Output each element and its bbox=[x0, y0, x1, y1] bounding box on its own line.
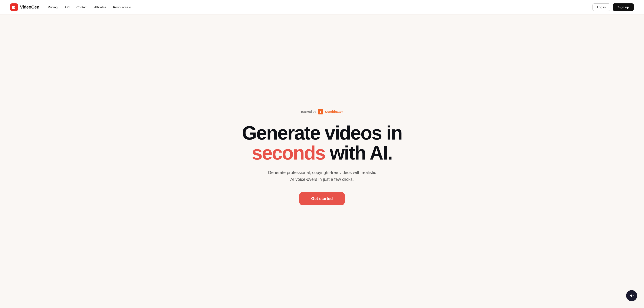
nav-item-api[interactable]: API bbox=[64, 5, 70, 9]
combinator-text: Combinator bbox=[325, 110, 343, 113]
backed-badge: Backed by Y Combinator bbox=[301, 109, 343, 114]
get-started-button[interactable]: Get started bbox=[299, 192, 344, 205]
logo-icon bbox=[10, 3, 18, 11]
nav-item-pricing[interactable]: Pricing bbox=[48, 5, 58, 9]
nav-link-api[interactable]: API bbox=[64, 5, 70, 9]
logo[interactable]: VideoGen bbox=[10, 3, 40, 11]
signup-button[interactable]: Sign up bbox=[613, 3, 634, 11]
hero-title-highlight: seconds bbox=[252, 142, 325, 164]
nav-links: Pricing API Contact Affiliates Resources bbox=[48, 5, 131, 9]
chevron-down-icon bbox=[129, 5, 131, 8]
yc-badge-icon: Y bbox=[318, 109, 323, 114]
nav-left: VideoGen Pricing API Contact Affiliates … bbox=[10, 3, 131, 11]
hero-title-with-ai: with AI. bbox=[330, 142, 392, 164]
logo-svg bbox=[12, 5, 16, 9]
hero-title: Generate videos in seconds with AI. bbox=[242, 123, 402, 163]
nav-link-resources[interactable]: Resources bbox=[113, 5, 131, 9]
nav-item-resources[interactable]: Resources bbox=[113, 5, 131, 9]
mute-icon bbox=[629, 293, 634, 298]
nav-item-contact[interactable]: Contact bbox=[76, 5, 88, 9]
logo-text: VideoGen bbox=[20, 5, 40, 9]
navbar: VideoGen Pricing API Contact Affiliates … bbox=[0, 0, 644, 14]
hero-subtitle: Generate professional, copyright-free vi… bbox=[267, 169, 377, 183]
nav-link-contact[interactable]: Contact bbox=[76, 5, 88, 9]
nav-link-affiliates[interactable]: Affiliates bbox=[94, 5, 106, 9]
nav-link-pricing[interactable]: Pricing bbox=[48, 5, 58, 9]
hero-section: Backed by Y Combinator Generate videos i… bbox=[0, 14, 644, 308]
login-button[interactable]: Log in bbox=[592, 3, 610, 11]
nav-item-affiliates[interactable]: Affiliates bbox=[94, 5, 106, 9]
mute-button[interactable] bbox=[626, 290, 637, 301]
hero-title-line1: Generate videos in bbox=[242, 122, 402, 144]
nav-right: Log in Sign up bbox=[592, 3, 634, 11]
backed-by-text: Backed by bbox=[301, 110, 316, 113]
